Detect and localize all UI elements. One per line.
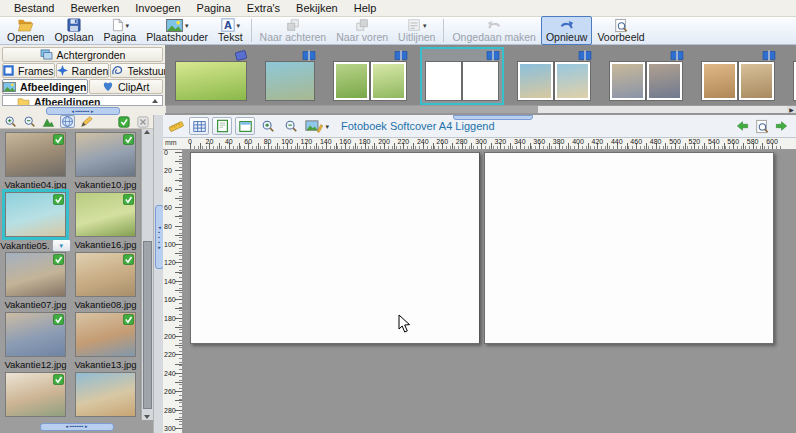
category-frames-button[interactable]: Frames — [2, 63, 55, 78]
page-strip-item-cover[interactable]: Cover — [170, 47, 252, 105]
toolbar-button-openen[interactable]: Openen — [2, 16, 49, 45]
spin-up-icon[interactable] — [152, 99, 158, 103]
photo-image[interactable] — [75, 252, 136, 297]
category-randen-button[interactable]: Randen — [56, 63, 110, 78]
scrollbar-thumb[interactable] — [166, 106, 538, 113]
toolbar-button-pagina[interactable]: ▾Pagina — [98, 16, 141, 45]
scroll-right-icon[interactable]: ▶ — [787, 106, 796, 113]
tab-clipart[interactable]: ClipArt — [89, 79, 163, 94]
photo-grid-scrollbar[interactable] — [141, 129, 153, 420]
page-thumbnail[interactable] — [517, 61, 591, 101]
photo-thumb-vakantie08-jpg[interactable]: Vakantie08.jpg — [74, 252, 137, 312]
rename-pen-icon[interactable] — [79, 115, 94, 128]
dropdown-arrow-icon[interactable]: ▾ — [423, 22, 427, 29]
scroll-up-icon[interactable] — [144, 130, 150, 134]
page-strip-item-pagina-6-7[interactable]: Pagina 6 + 7 — [512, 47, 596, 105]
photo-image[interactable] — [5, 372, 66, 417]
page-thumbnail[interactable] — [265, 61, 315, 101]
dropdown-arrow-icon[interactable]: ▾ — [237, 22, 241, 29]
page-thumbnail[interactable] — [609, 61, 683, 101]
deselect-x-icon[interactable] — [135, 115, 150, 128]
zoom-in-icon[interactable] — [3, 115, 18, 128]
photo-thumb-vakantie07-jpg[interactable]: Vakantie07.jpg — [4, 252, 67, 312]
preview-page-icon[interactable] — [755, 119, 769, 134]
page-strip-scrollbar[interactable]: ▶ — [165, 105, 796, 113]
photo-image[interactable] — [5, 192, 66, 237]
photo-image[interactable] — [75, 192, 136, 237]
category-achtergronden-button[interactable]: Achtergronden — [2, 47, 163, 62]
photo-image[interactable] — [5, 132, 66, 177]
category-tekstuur-button[interactable]: Tekstuur — [110, 63, 168, 78]
folder-tree-item-afbeeldingen[interactable]: Afbeeldingen — [3, 96, 162, 106]
photo-image[interactable] — [75, 132, 136, 177]
scrollbar-thumb[interactable] — [143, 241, 152, 409]
scroll-down-icon[interactable] — [144, 415, 150, 419]
canvas-zoom-in-icon[interactable] — [258, 117, 278, 135]
dropdown-arrow-icon[interactable]: ▾ — [185, 22, 189, 29]
toolbar-button-naar-voren[interactable]: Naar voren — [331, 16, 393, 45]
page-thumbnail[interactable] — [175, 61, 247, 101]
toolbar-button-opslaan[interactable]: Opslaan — [49, 16, 98, 45]
photo-thumb-vakantie15-png[interactable]: Vakantie15.png — [74, 372, 137, 420]
menu-extra-s[interactable]: Extra's — [239, 1, 288, 16]
canvas-view[interactable] — [183, 150, 796, 433]
page-strip-item-pagina-4-5[interactable]: Pagina 4 + 5▼ — [420, 47, 504, 105]
photo-thumb-vakantie14-jpg[interactable]: Vakantie14.jpg — [4, 372, 67, 420]
photo-thumb-vakantie12-jpg[interactable]: Vakantie12.jpg — [4, 312, 67, 372]
single-page-view-icon[interactable] — [212, 117, 232, 135]
page-strip-item-pagina-8-9[interactable]: Pagina 8 + 9 — [604, 47, 688, 105]
zoom-out-icon[interactable] — [22, 115, 37, 128]
photo-image[interactable] — [5, 252, 66, 297]
menu-bestand[interactable]: Bestand — [6, 1, 62, 16]
open-book-icon — [302, 50, 316, 61]
photo-image[interactable] — [5, 312, 66, 357]
panel-splitter-handle[interactable]: ◂ ▪▪▪▪▪▪▪▪ ▸ — [46, 107, 120, 115]
grid-toggle-icon[interactable] — [189, 117, 209, 135]
ruler-toggle-icon[interactable] — [166, 117, 186, 135]
left-page[interactable] — [190, 152, 480, 344]
dropdown-arrow-icon[interactable]: ▾ — [325, 123, 329, 130]
toolbar-button-uitlijnen[interactable]: ▾Uitlijnen — [393, 16, 440, 45]
menu-pagina[interactable]: Pagina — [189, 1, 239, 16]
page-strip-item-pagina-10-11[interactable]: Pagina 10 + 11 — [696, 47, 780, 105]
panel-splitter-handle[interactable]: ◂ ▪▪▪▪▪▪▪▪ ▸ — [40, 423, 114, 431]
refresh-globe-icon[interactable] — [60, 115, 75, 128]
page-thumbnail[interactable] — [425, 61, 499, 101]
right-page[interactable] — [484, 152, 774, 344]
photo-thumb-vakantie04-jpg[interactable]: Vakantie04.jpg — [4, 132, 67, 192]
page-strip-item-pagina-2-3[interactable]: Pagina 2 + 3 — [328, 47, 412, 105]
page-thumbnail[interactable] — [333, 61, 407, 101]
page-strip-item-pagina-1[interactable]: Pagina 1 — [260, 47, 320, 105]
next-page-icon[interactable] — [775, 120, 788, 132]
menu-invoegen[interactable]: Invoegen — [127, 1, 188, 16]
toolbar-button-tekst[interactable]: A▾Tekst — [213, 16, 248, 45]
toolbar-button-voorbeeld[interactable]: Voorbeeld — [592, 16, 649, 45]
photo-thumb-vakantie13-jpg[interactable]: Vakantie13.jpg — [74, 312, 137, 372]
spread-view-icon[interactable] — [235, 117, 255, 135]
dropdown-arrow-icon[interactable]: ▾ — [126, 22, 130, 29]
photo-thumb-vakantie10-jpg[interactable]: Vakantie10.jpg — [74, 132, 137, 192]
tab-afbeeldingen[interactable]: Afbeeldingen — [2, 79, 88, 94]
photo-dropdown-button[interactable]: ▼ — [52, 239, 71, 252]
collapsed-splitter-handle[interactable] — [453, 115, 533, 120]
toolbar-button-plaatshouder[interactable]: ▾Plaatshouder — [141, 16, 213, 45]
folder-tree-spinner[interactable] — [149, 97, 161, 106]
thumbnail-size-icon[interactable] — [41, 115, 56, 128]
image-edit-icon[interactable]: ▾ — [304, 117, 330, 135]
toolbar-button-opnieuw[interactable]: Opnieuw — [541, 16, 592, 45]
toolbar-button-naar-achteren[interactable]: Naar achteren — [255, 16, 332, 45]
page-strip-item-pagina-12-13[interactable]: Pagina 12 + 13 — [788, 47, 796, 105]
photo-image[interactable] — [75, 372, 136, 417]
toolbar-button-ongedaan-maken[interactable]: Ongedaan maken — [447, 16, 540, 45]
previous-page-icon[interactable] — [736, 120, 749, 132]
photo-thumb-vakantie16-jpg[interactable]: Vakantie16.jpg — [74, 192, 137, 252]
page-thumbnail[interactable] — [701, 61, 775, 101]
select-all-check-icon[interactable] — [116, 115, 131, 128]
photo-thumb-vakantie05[interactable]: Vakantie05.▼ — [4, 192, 67, 252]
photo-image[interactable] — [75, 312, 136, 357]
v-ruler-tick-label: 60 — [164, 204, 172, 211]
menu-bekijken[interactable]: Bekijken — [288, 1, 346, 16]
canvas-zoom-out-icon[interactable] — [281, 117, 301, 135]
menu-bewerken[interactable]: Bewerken — [62, 1, 127, 16]
menu-help[interactable]: Help — [346, 1, 385, 16]
